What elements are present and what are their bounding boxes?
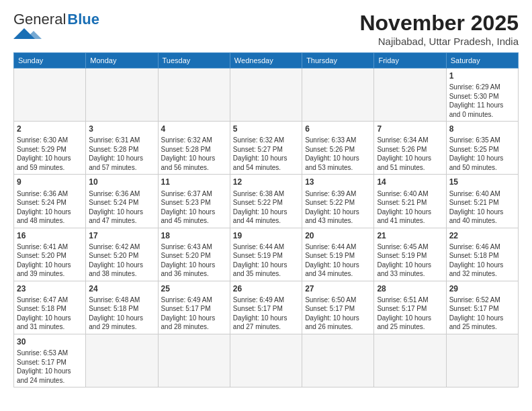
calendar-day: 9Sunrise: 6:36 AM Sunset: 5:24 PM Daylig… [14,175,86,228]
day-number: 23 [17,283,83,294]
calendar-day: 2Sunrise: 6:30 AM Sunset: 5:29 PM Daylig… [14,122,86,175]
day-number: 18 [161,230,227,241]
calendar-day [302,68,374,122]
calendar-day [374,334,446,387]
day-number: 13 [305,177,371,187]
calendar-day: 4Sunrise: 6:32 AM Sunset: 5:28 PM Daylig… [158,122,230,175]
calendar-day: 8Sunrise: 6:35 AM Sunset: 5:25 PM Daylig… [446,122,518,175]
day-number: 7 [377,124,443,134]
calendar-day: 3Sunrise: 6:31 AM Sunset: 5:28 PM Daylig… [86,122,158,175]
day-info: Sunrise: 6:39 AM Sunset: 5:22 PM Dayligh… [305,189,371,226]
calendar-day: 18Sunrise: 6:43 AM Sunset: 5:20 PM Dayli… [158,228,230,281]
calendar-day [446,334,518,387]
calendar-day [86,68,158,122]
day-number: 29 [449,283,515,294]
day-number: 8 [449,124,515,134]
calendar-week-4: 16Sunrise: 6:41 AM Sunset: 5:20 PM Dayli… [14,228,519,281]
day-number: 10 [89,177,154,187]
day-number: 25 [161,283,227,294]
page-header: General Blue November 2025 Najibabad, Ut… [13,11,519,47]
day-info: Sunrise: 6:49 AM Sunset: 5:17 PM Dayligh… [233,295,299,332]
day-info: Sunrise: 6:44 AM Sunset: 5:19 PM Dayligh… [305,242,371,279]
calendar-week-1: 1Sunrise: 6:29 AM Sunset: 5:30 PM Daylig… [14,68,519,122]
logo-general: General [13,11,66,28]
day-info: Sunrise: 6:42 AM Sunset: 5:20 PM Dayligh… [89,242,154,279]
calendar-day: 6Sunrise: 6:33 AM Sunset: 5:26 PM Daylig… [302,122,374,175]
day-info: Sunrise: 6:40 AM Sunset: 5:21 PM Dayligh… [377,189,443,226]
day-number: 24 [89,283,154,294]
day-info: Sunrise: 6:34 AM Sunset: 5:26 PM Dayligh… [377,136,443,172]
day-info: Sunrise: 6:49 AM Sunset: 5:17 PM Dayligh… [161,295,227,332]
day-info: Sunrise: 6:41 AM Sunset: 5:20 PM Dayligh… [17,242,83,279]
day-number: 5 [233,124,299,134]
day-info: Sunrise: 6:33 AM Sunset: 5:26 PM Dayligh… [305,136,371,172]
day-info: Sunrise: 6:51 AM Sunset: 5:17 PM Dayligh… [377,295,443,332]
calendar-day: 28Sunrise: 6:51 AM Sunset: 5:17 PM Dayli… [374,281,446,334]
day-info: Sunrise: 6:38 AM Sunset: 5:22 PM Dayligh… [233,189,299,226]
calendar-week-3: 9Sunrise: 6:36 AM Sunset: 5:24 PM Daylig… [14,175,519,228]
day-info: Sunrise: 6:35 AM Sunset: 5:25 PM Dayligh… [449,136,515,172]
calendar-day: 26Sunrise: 6:49 AM Sunset: 5:17 PM Dayli… [230,281,302,334]
title-block: November 2025 Najibabad, Uttar Pradesh, … [359,11,519,47]
month-title: November 2025 [359,11,519,36]
day-header-tuesday: Tuesday [158,53,230,68]
day-info: Sunrise: 6:36 AM Sunset: 5:24 PM Dayligh… [17,189,83,226]
day-info: Sunrise: 6:44 AM Sunset: 5:19 PM Dayligh… [233,242,299,279]
calendar-day: 14Sunrise: 6:40 AM Sunset: 5:21 PM Dayli… [374,175,446,228]
calendar-day: 12Sunrise: 6:38 AM Sunset: 5:22 PM Dayli… [230,175,302,228]
day-info: Sunrise: 6:46 AM Sunset: 5:18 PM Dayligh… [449,242,515,279]
calendar-day [374,68,446,122]
calendar-day: 22Sunrise: 6:46 AM Sunset: 5:18 PM Dayli… [446,228,518,281]
day-info: Sunrise: 6:48 AM Sunset: 5:18 PM Dayligh… [89,295,154,332]
calendar-week-5: 23Sunrise: 6:47 AM Sunset: 5:18 PM Dayli… [14,281,519,334]
day-number: 14 [377,177,443,187]
logo-blue: Blue [67,11,99,28]
location: Najibabad, Uttar Pradesh, India [359,36,519,47]
calendar-day: 16Sunrise: 6:41 AM Sunset: 5:20 PM Dayli… [14,228,86,281]
calendar-day: 25Sunrise: 6:49 AM Sunset: 5:17 PM Dayli… [158,281,230,334]
day-info: Sunrise: 6:52 AM Sunset: 5:17 PM Dayligh… [449,295,515,332]
calendar-day: 15Sunrise: 6:40 AM Sunset: 5:21 PM Dayli… [446,175,518,228]
calendar-day [230,334,302,387]
day-number: 30 [17,336,83,347]
calendar-day [14,68,86,122]
logo-icon [13,28,43,39]
day-info: Sunrise: 6:37 AM Sunset: 5:23 PM Dayligh… [161,189,227,226]
day-info: Sunrise: 6:32 AM Sunset: 5:28 PM Dayligh… [161,136,227,172]
calendar-week-2: 2Sunrise: 6:30 AM Sunset: 5:29 PM Daylig… [14,122,519,175]
day-info: Sunrise: 6:32 AM Sunset: 5:27 PM Dayligh… [233,136,299,172]
day-header-sunday: Sunday [14,53,86,68]
day-number: 3 [89,124,154,134]
calendar-day: 19Sunrise: 6:44 AM Sunset: 5:19 PM Dayli… [230,228,302,281]
day-info: Sunrise: 6:43 AM Sunset: 5:20 PM Dayligh… [161,242,227,279]
day-number: 28 [377,283,443,294]
day-number: 11 [161,177,227,187]
calendar-day [158,68,230,122]
day-number: 16 [17,230,83,241]
day-header-thursday: Thursday [302,53,374,68]
day-number: 27 [305,283,371,294]
day-number: 26 [233,283,299,294]
calendar-day: 1Sunrise: 6:29 AM Sunset: 5:30 PM Daylig… [446,68,518,122]
day-number: 12 [233,177,299,187]
calendar-day [302,334,374,387]
calendar-day [86,334,158,387]
day-header-friday: Friday [374,53,446,68]
day-number: 2 [17,124,83,134]
day-number: 4 [161,124,227,134]
day-number: 1 [449,71,515,81]
day-header-saturday: Saturday [446,53,518,68]
day-header-wednesday: Wednesday [230,53,302,68]
calendar-header-row: SundayMondayTuesdayWednesdayThursdayFrid… [14,53,519,68]
day-number: 22 [449,230,515,241]
day-number: 6 [305,124,371,134]
calendar-week-6: 30Sunrise: 6:53 AM Sunset: 5:17 PM Dayli… [14,334,519,387]
day-info: Sunrise: 6:47 AM Sunset: 5:18 PM Dayligh… [17,295,83,332]
calendar-day: 10Sunrise: 6:36 AM Sunset: 5:24 PM Dayli… [86,175,158,228]
calendar-day: 23Sunrise: 6:47 AM Sunset: 5:18 PM Dayli… [14,281,86,334]
day-number: 20 [305,230,371,241]
day-number: 15 [449,177,515,187]
calendar-day: 21Sunrise: 6:45 AM Sunset: 5:19 PM Dayli… [374,228,446,281]
day-number: 17 [89,230,154,241]
day-number: 9 [17,177,83,187]
